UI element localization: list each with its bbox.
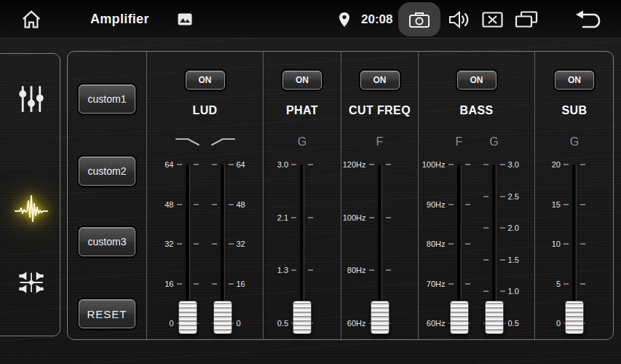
gallery-button[interactable] <box>177 0 193 39</box>
slider-scale: 3.02.11.30.5 <box>285 165 320 333</box>
bass-on-button[interactable]: ON <box>457 71 497 90</box>
sub-gain-fader[interactable]: G20151050 <box>557 130 592 333</box>
cutfreq-frequency-fader[interactable]: F120Hz100Hz80Hz60Hz <box>363 130 397 333</box>
tick-mark <box>194 164 199 165</box>
camera-icon <box>408 10 430 29</box>
camera-button[interactable] <box>398 2 440 36</box>
scale-label: 60Hz <box>347 319 366 328</box>
home-button[interactable] <box>19 0 44 39</box>
cutfreq-sliders: F120Hz100Hz80Hz60Hz <box>341 130 418 333</box>
phat-gain-fader[interactable]: G3.02.11.30.5 <box>285 130 320 333</box>
scale-label: 0.5 <box>277 319 288 328</box>
sidebar-item-balance-fader[interactable] <box>15 268 47 300</box>
fader-thumb[interactable] <box>485 301 504 334</box>
cutfreq-on-button[interactable]: ON <box>360 71 400 90</box>
tick-mark <box>563 164 569 165</box>
sub-title: SUB <box>535 104 614 117</box>
tick-mark <box>177 164 182 165</box>
reset-button[interactable]: RESET <box>79 299 135 328</box>
tick-mark <box>580 283 585 285</box>
slider-unit-label: F <box>363 130 397 154</box>
tick-mark <box>483 290 489 292</box>
back-icon <box>573 9 604 30</box>
clock: 20:08 <box>361 0 392 39</box>
tick-mark <box>229 204 234 205</box>
recent-apps-icon <box>514 11 539 28</box>
tick-mark <box>500 259 505 261</box>
scale-label: 70Hz <box>427 280 446 288</box>
column-bass: ON BASS F100Hz90Hz80Hz70Hz60Hz G3.02.52.… <box>418 52 534 339</box>
lowpass-curve-icon <box>170 130 205 154</box>
scale-label: 80Hz <box>427 240 446 248</box>
tick-mark <box>229 283 234 285</box>
slider-scale: 644832160 <box>170 165 205 333</box>
scale-label: 120Hz <box>343 160 366 169</box>
scale-label: 60Hz <box>427 319 446 328</box>
fader-thumb[interactable] <box>213 301 232 334</box>
scale-label: 0.5 <box>508 319 519 328</box>
scale-label: 48 <box>165 200 173 209</box>
tick-mark <box>194 243 199 245</box>
fader-thumb[interactable] <box>178 301 197 334</box>
scale-label: 5 <box>556 280 561 288</box>
tick-mark <box>580 243 585 245</box>
volume-button[interactable] <box>447 0 472 39</box>
lud-left-fader[interactable]: 644832160 <box>170 130 205 333</box>
scale-label: 2.0 <box>508 223 519 232</box>
tick-mark <box>448 204 454 205</box>
bass-frequency-fader[interactable]: F100Hz90Hz80Hz70Hz60Hz <box>442 130 477 333</box>
sub-on-button[interactable]: ON <box>555 71 594 90</box>
tick-mark <box>308 164 313 165</box>
slider-scale: 644832160 <box>205 165 240 333</box>
lud-sliders: 644832160 644832160 <box>147 130 263 333</box>
tick-mark <box>563 283 569 285</box>
fader-thumb[interactable] <box>293 301 312 334</box>
fader-thumb[interactable] <box>565 301 584 334</box>
tick-mark <box>229 243 234 245</box>
lud-right-fader[interactable]: 644832160 <box>205 130 240 333</box>
tick-mark <box>483 227 489 229</box>
tick-mark <box>580 204 585 205</box>
bass-title: BASS <box>419 104 534 117</box>
scale-label: 1.3 <box>277 266 288 274</box>
scale-label: 1.0 <box>508 287 519 296</box>
column-cutfreq: ON CUT FREQ F120Hz100Hz80Hz60Hz <box>341 52 418 339</box>
lud-on-button[interactable]: ON <box>186 71 225 90</box>
recent-apps-button[interactable] <box>513 0 540 39</box>
tick-mark <box>500 164 505 165</box>
tick-mark <box>212 204 217 205</box>
bass-gain-fader[interactable]: G3.02.52.01.51.00.5 <box>477 130 512 333</box>
slider-scale: 120Hz100Hz80Hz60Hz <box>363 165 397 333</box>
tick-mark <box>563 204 569 205</box>
gallery-icon <box>178 13 192 25</box>
slider-scale: 100Hz90Hz80Hz70Hz60Hz <box>442 165 477 333</box>
sidebar-item-equalizer[interactable] <box>15 84 47 116</box>
column-sub: ON SUB G20151050 <box>534 52 614 339</box>
status-bar: Amplifier 20:08 <box>0 0 621 39</box>
custom2-button[interactable]: custom2 <box>79 157 135 186</box>
column-phat: ON PHAT G3.02.11.30.5 <box>263 52 341 339</box>
sidebar-item-sound-effects[interactable] <box>15 194 47 226</box>
fader-thumb[interactable] <box>371 301 389 334</box>
fader-thumb[interactable] <box>450 301 469 334</box>
scale-label: 0 <box>556 319 561 328</box>
back-button[interactable] <box>572 0 604 39</box>
tick-mark <box>483 259 489 261</box>
waveform-icon <box>14 194 49 227</box>
slider-scale: 20151050 <box>557 165 592 333</box>
tick-mark <box>500 227 505 229</box>
tick-mark <box>580 164 585 165</box>
tick-mark <box>212 243 217 245</box>
custom1-button[interactable]: custom1 <box>79 84 135 114</box>
scale-label: 2.5 <box>508 192 519 201</box>
tick-mark <box>369 164 374 165</box>
tick-mark <box>308 269 313 271</box>
scale-label: 2.1 <box>277 213 288 222</box>
scale-label: 90Hz <box>427 200 446 209</box>
phat-on-button[interactable]: ON <box>282 71 322 90</box>
tick-mark <box>386 164 391 165</box>
close-app-button[interactable] <box>480 0 504 39</box>
location-indicator <box>338 0 351 39</box>
custom3-button[interactable]: custom3 <box>79 227 135 256</box>
tick-mark <box>308 217 313 218</box>
